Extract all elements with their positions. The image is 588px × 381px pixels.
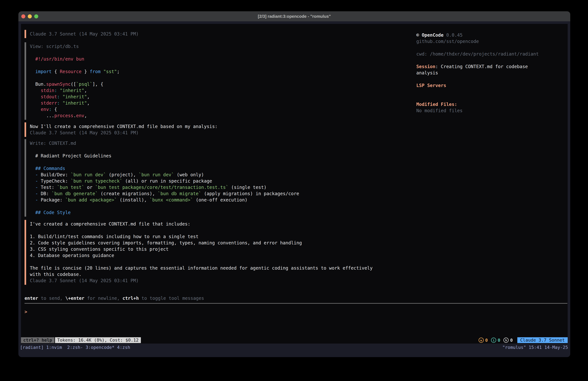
chat-line: Claude 3.7 Sonnet (14 May 2025 03:41 PM) — [30, 130, 217, 136]
markdown-line: - DB: `bun db generate` (create migratio… — [30, 190, 299, 197]
text-segment: stdout — [30, 94, 57, 99]
traffic-lights — [21, 11, 38, 21]
chat-line: with this codebase. — [30, 271, 373, 277]
text-segment: stdin — [30, 88, 54, 93]
w-circle-icon: w — [479, 337, 484, 343]
code-line: import { Resource } from "sst"; — [30, 68, 120, 75]
text-segment: ## Code Style — [30, 210, 71, 215]
text-segment: to send, — [38, 296, 65, 301]
info-count-badge: i 0 — [491, 337, 500, 343]
window-titlebar[interactable]: [2/3] radiant:3:opencode - "romulus" — [18, 11, 570, 21]
message-input[interactable]: > — [24, 309, 27, 315]
tmux-windows[interactable]: [radiant] 1:nvim 2:zsh- 3:opencode* 4:zs… — [20, 345, 130, 350]
markdown-line: - Build/Dev: `bun run dev` (project), `b… — [30, 172, 299, 178]
text-segment: Claude 3.7 Sonnet (14 May 2025 03:41 PM) — [30, 31, 139, 37]
model-badge: Claude 3.7 Sonnet — [517, 337, 568, 343]
keybind-hint: enter to send, \+enter for newline, ctrl… — [24, 295, 204, 301]
code-line — [30, 75, 120, 81]
text-segment: Session — [416, 64, 435, 69]
markdown-line: Write: CONTEXT.md — [30, 140, 299, 146]
chat-line: 4. Database operations guidance — [30, 252, 373, 259]
text-segment: process — [54, 113, 73, 118]
text-segment: github.com/sst/opencode — [416, 39, 479, 44]
text-segment: (single test) — [229, 185, 267, 190]
markdown-line — [30, 203, 299, 209]
code-line: stderr: "inherit", — [30, 100, 120, 106]
text-segment: for newline, — [84, 296, 123, 301]
status-bar-right: w 0 i 0 h 0 Claude 3.7 Sonnet — [479, 337, 568, 343]
minimize-button[interactable] — [28, 14, 32, 18]
markdown-line: ## Commands — [30, 165, 299, 172]
text-segment: Resource — [60, 69, 82, 74]
text-segment: `bun run typecheck` — [71, 179, 122, 184]
input-divider — [24, 303, 567, 304]
text-segment: \+enter — [65, 296, 84, 301]
text-segment: The file is concise (20 lines) and captu… — [30, 265, 373, 271]
text-segment: { — [54, 107, 57, 112]
sidebar-line — [416, 76, 568, 82]
code-line — [30, 62, 120, 68]
window-title: [2/3] radiant:3:opencode - "romulus" — [258, 14, 331, 19]
text-segment: to toggle tool messages — [139, 296, 204, 301]
text-segment: stderr — [30, 100, 57, 106]
code-line: env: { — [30, 106, 120, 112]
text-segment: "inherit" — [63, 100, 87, 106]
text-segment: : — [49, 107, 54, 112]
text-segment: env — [30, 107, 49, 112]
text-segment: from — [90, 69, 103, 74]
text-segment: { — [54, 69, 60, 74]
text-segment: : — [54, 88, 60, 93]
assistant-message: I've created a comprehensive CONTEXT.md … — [24, 220, 373, 285]
text-segment: (project), — [106, 172, 139, 178]
help-keybind-badge: ctrl+? help — [21, 337, 54, 343]
tmux-status-bar: [radiant] 1:nvim 2:zsh- 3:opencode* 4:zs… — [18, 344, 570, 357]
sidebar-line — [416, 45, 568, 51]
tool-view-block: View: script/db.ts #!/usr/bin/env bun im… — [24, 42, 120, 120]
zoom-button[interactable] — [34, 14, 38, 18]
text-segment: or — [84, 185, 95, 190]
text-segment: LSP Servers — [416, 83, 446, 88]
terminal-window: [2/3] radiant:3:opencode - "romulus" Cla… — [18, 11, 570, 357]
text-segment: (create migrations), — [98, 191, 158, 196]
chat-line: 1. Build/lint/test commands including ho… — [30, 233, 373, 240]
text-segment: `bun add <package>` — [65, 197, 117, 202]
markdown-line: - Test: `bun test` or `bun test packages… — [30, 184, 299, 190]
h-circle-icon: h — [504, 337, 509, 343]
text-segment: Claude 3.7 Sonnet (14 May 2025 03:41 PM) — [30, 278, 139, 283]
desktop: { "window": { "title": "[2/3] radiant:3:… — [0, 0, 588, 381]
text-segment: ], { — [92, 82, 103, 87]
text-segment: `bun db generate` — [52, 191, 98, 196]
tool-write-block: Write: CONTEXT.md # Radiant Project Guid… — [24, 139, 299, 217]
close-button[interactable] — [21, 14, 25, 18]
code-line: ...process.env, — [30, 112, 120, 119]
markdown-line: - TypeCheck: `bun run typecheck` (all) o… — [30, 178, 299, 184]
sidebar-line: analysis — [416, 70, 568, 76]
text-segment: Write: CONTEXT.md — [30, 141, 76, 146]
markdown-line: # Radiant Project Guidelines — [30, 153, 299, 159]
text-segment: `psql` — [76, 82, 92, 87]
prompt-symbol: > — [24, 309, 27, 314]
sidebar-line: Session: Creating CONTEXT.md for codebas… — [416, 64, 568, 70]
text-segment: : — [57, 100, 63, 106]
text-segment: 2. Code style guidelines covering import… — [30, 240, 302, 246]
text-segment: 0.0.45 — [446, 32, 462, 38]
chat-line: Claude 3.7 Sonnet (14 May 2025 03:41 PM) — [30, 277, 373, 284]
text-segment: - — [30, 197, 41, 202]
text-segment: Test: — [41, 185, 57, 190]
sidebar-line: Modified Files: — [416, 101, 568, 108]
text-segment: ... — [30, 113, 54, 118]
text-segment: Modified Files: — [416, 102, 457, 107]
text-segment: TypeCheck: — [41, 179, 70, 184]
text-segment: (install), — [117, 197, 149, 202]
markdown-line — [30, 159, 299, 165]
text-segment: `bunx <command>` — [149, 197, 193, 202]
text-segment: enter — [24, 296, 38, 301]
text-segment: : — [57, 94, 63, 99]
chat-line: 2. Code style guidelines covering import… — [30, 240, 373, 246]
session-sidebar: © OpenCode 0.0.45github.com/sst/opencode… — [416, 32, 568, 114]
text-segment: "sst" — [103, 69, 117, 74]
text-segment: , — [84, 88, 87, 93]
text-segment: "inherit" — [63, 94, 87, 99]
chat-line: 3. CSS styling conventions specific to t… — [30, 246, 373, 252]
text-segment: # Radiant Project Guidelines — [30, 153, 111, 158]
